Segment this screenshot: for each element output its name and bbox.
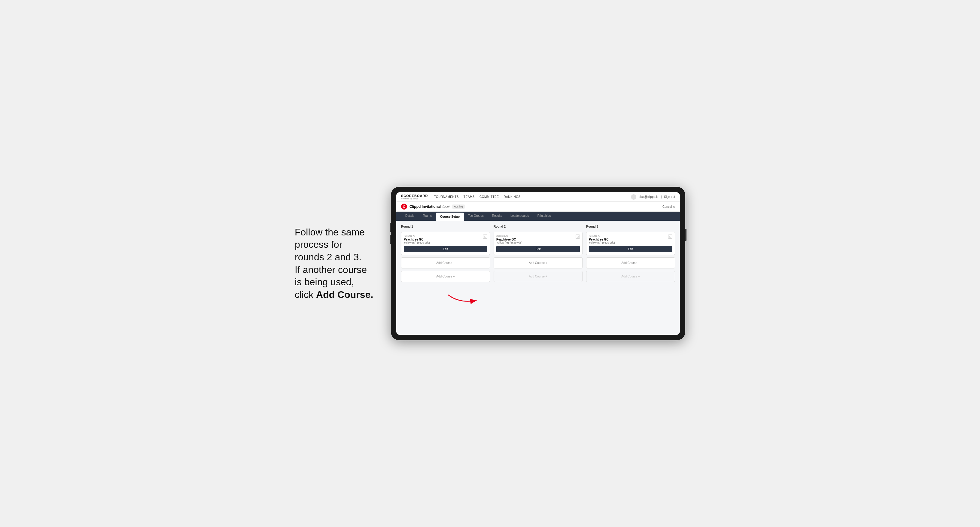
club-logo-letter: C xyxy=(403,205,405,208)
main-content: Round 1 (Course A) Peachtree GC Yellow (… xyxy=(396,221,680,335)
tab-printables[interactable]: Printables xyxy=(533,212,555,221)
round2-add-course-label-2: Add Course + xyxy=(529,275,547,278)
card-header-round1: (Course A) Peachtree GC Yellow (M) (6629… xyxy=(404,235,487,244)
logo-area: SCOREBOARD Powered by clippd xyxy=(401,194,428,200)
round-3-column: Round 3 (Course A) Peachtree GC Yellow (… xyxy=(586,225,675,282)
round3-course-name: Peachtree GC xyxy=(589,238,615,241)
round-3-label: Round 3 xyxy=(586,225,675,228)
round3-course-tag: (Course A) xyxy=(589,235,615,237)
round3-add-course-btn-1[interactable]: Add Course + xyxy=(586,257,675,268)
event-title: Clippd Invitational xyxy=(409,205,441,209)
round2-add-course-label-1: Add Course + xyxy=(529,261,547,265)
sign-out-link[interactable]: Sign out xyxy=(664,195,675,198)
round-1-label: Round 1 xyxy=(401,225,490,228)
round1-add-course-btn-1[interactable]: Add Course + xyxy=(401,257,490,268)
round2-course-tag: (Course A) xyxy=(496,235,522,237)
round1-course-name: Peachtree GC xyxy=(404,238,430,241)
nav-teams[interactable]: TEAMS xyxy=(464,194,475,200)
tab-leaderboards[interactable]: Leaderboards xyxy=(506,212,533,221)
card-header-round2: (Course A) Peachtree GC Yellow (M) (6629… xyxy=(496,235,580,244)
tab-tee-groups[interactable]: Tee Groups xyxy=(464,212,488,221)
nav-rankings[interactable]: RANKINGS xyxy=(504,194,520,200)
round2-delete-icon[interactable]: □ xyxy=(576,235,580,239)
round3-course-detail: Yellow (M) (6629 yds) xyxy=(589,241,615,244)
logo-title: SCOREBOARD xyxy=(401,194,428,198)
user-avatar xyxy=(631,194,636,200)
round2-edit-button[interactable]: Edit xyxy=(496,246,580,252)
round1-course-tag: (Course A) xyxy=(404,235,430,237)
hosting-badge: Hosting xyxy=(452,205,465,209)
round1-add-course-btn-2[interactable]: Add Course + xyxy=(401,271,490,282)
tab-teams[interactable]: Teams xyxy=(419,212,436,221)
round-1-course-card-1: (Course A) Peachtree GC Yellow (M) (6629… xyxy=(401,232,490,255)
nav-committee[interactable]: COMMITTEE xyxy=(479,194,499,200)
round-2-label: Round 2 xyxy=(493,225,582,228)
nav-links: TOURNAMENTS TEAMS COMMITTEE RANKINGS xyxy=(434,194,631,200)
instruction-bold: Add Course. xyxy=(316,289,373,300)
top-nav: SCOREBOARD Powered by clippd TOURNAMENTS… xyxy=(396,192,680,202)
tab-bar: Details Teams Course Setup Tee Groups Re… xyxy=(396,212,680,221)
round2-add-course-btn-1[interactable]: Add Course + xyxy=(493,257,582,268)
round1-course-detail: Yellow (M) (6629 yds) xyxy=(404,241,430,244)
user-email: blair@clippd.io xyxy=(639,195,659,198)
round-2-course-card-1: (Course A) Peachtree GC Yellow (M) (6629… xyxy=(493,232,582,255)
card-header-round3: (Course A) Peachtree GC Yellow (M) (6629… xyxy=(589,235,672,244)
round1-course-info: (Course A) Peachtree GC Yellow (M) (6629… xyxy=(404,235,430,244)
round2-add-course-btn-2: Add Course + xyxy=(493,271,582,282)
instruction-text: Follow the sameprocess forrounds 2 and 3… xyxy=(295,226,385,301)
tab-results[interactable]: Results xyxy=(488,212,506,221)
round2-course-detail: Yellow (M) (6629 yds) xyxy=(496,241,522,244)
separator: | xyxy=(661,195,662,198)
round-3-course-card-1: (Course A) Peachtree GC Yellow (M) (6629… xyxy=(586,232,675,255)
round1-add-course-label-1: Add Course + xyxy=(436,261,455,265)
page-wrapper: Follow the sameprocess forrounds 2 and 3… xyxy=(295,187,685,340)
round3-delete-icon[interactable]: □ xyxy=(668,235,672,239)
round3-add-course-btn-2: Add Course + xyxy=(586,271,675,282)
tablet-screen: SCOREBOARD Powered by clippd TOURNAMENTS… xyxy=(396,192,680,335)
club-logo: C xyxy=(401,203,407,210)
round3-add-course-label-2: Add Course + xyxy=(621,275,640,278)
round1-add-course-label-2: Add Course + xyxy=(436,275,455,278)
cancel-button[interactable]: Cancel ✕ xyxy=(662,205,675,208)
event-gender-badge: (Men) xyxy=(442,205,450,208)
round1-edit-button[interactable]: Edit xyxy=(404,246,487,252)
rounds-grid: Round 1 (Course A) Peachtree GC Yellow (… xyxy=(401,225,675,282)
tab-details[interactable]: Details xyxy=(401,212,419,221)
round-2-column: Round 2 (Course A) Peachtree GC Yellow (… xyxy=(493,225,582,282)
round3-course-info: (Course A) Peachtree GC Yellow (M) (6629… xyxy=(589,235,615,244)
round1-delete-icon[interactable]: □ xyxy=(483,235,487,239)
round2-course-name: Peachtree GC xyxy=(496,238,522,241)
round3-edit-button[interactable]: Edit xyxy=(589,246,672,252)
sub-header: C Clippd Invitational (Men) Hosting Canc… xyxy=(396,202,680,212)
tab-course-setup[interactable]: Course Setup xyxy=(436,213,464,221)
tablet-frame: SCOREBOARD Powered by clippd TOURNAMENTS… xyxy=(391,187,685,340)
round3-add-course-label-1: Add Course + xyxy=(621,261,640,265)
nav-right: blair@clippd.io | Sign out xyxy=(631,194,675,200)
logo-sub: Powered by clippd xyxy=(401,198,428,200)
nav-tournaments[interactable]: TOURNAMENTS xyxy=(434,194,459,200)
round-1-column: Round 1 (Course A) Peachtree GC Yellow (… xyxy=(401,225,490,282)
round2-course-info: (Course A) Peachtree GC Yellow (M) (6629… xyxy=(496,235,522,244)
